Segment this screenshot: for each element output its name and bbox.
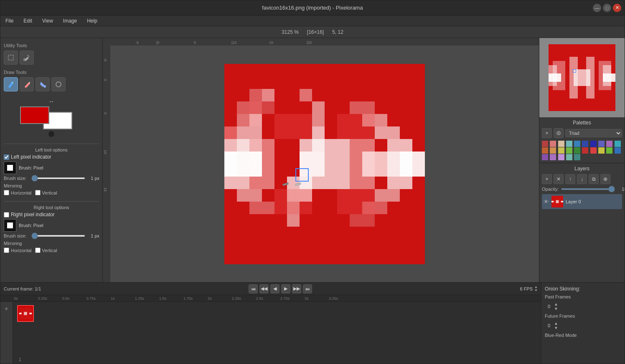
add-frame-button[interactable]: + bbox=[0, 302, 13, 364]
past-frames-value: 0 bbox=[545, 304, 553, 309]
palette-swatch[interactable] bbox=[582, 147, 588, 154]
palette-swatch[interactable] bbox=[550, 147, 556, 154]
left-brush-size-slider[interactable] bbox=[31, 177, 85, 179]
svg-rect-27 bbox=[387, 177, 412, 189]
palette-swatch[interactable] bbox=[566, 154, 572, 160]
move-layer-down-button[interactable]: ↓ bbox=[577, 174, 587, 184]
past-frames-down[interactable]: ▼ bbox=[554, 306, 558, 311]
canvas-area: -5 |0 5 |10 15 |20 -5 0 5 10 15 bbox=[103, 38, 539, 282]
palette-swatch[interactable] bbox=[550, 154, 556, 160]
eyedropper-tool-button[interactable] bbox=[20, 51, 34, 65]
primary-color-swatch[interactable] bbox=[20, 106, 49, 124]
menu-view[interactable]: View bbox=[41, 17, 55, 25]
right-mirror-horizontal[interactable]: Horizontal bbox=[4, 248, 32, 253]
svg-rect-32 bbox=[350, 139, 375, 189]
right-mirror-vertical-checkbox[interactable] bbox=[35, 248, 41, 253]
menu-help[interactable]: Help bbox=[85, 17, 99, 25]
palette-swatch[interactable] bbox=[606, 147, 612, 154]
svg-rect-53 bbox=[569, 57, 578, 99]
right-brush-preview[interactable] bbox=[4, 219, 16, 232]
palette-swatch[interactable] bbox=[566, 147, 572, 154]
play-back-button[interactable]: ◀ bbox=[270, 284, 279, 293]
maximize-button[interactable]: □ bbox=[603, 4, 611, 12]
right-mirror-btns: Horizontal Vertical bbox=[4, 248, 99, 253]
pencil-tool-button[interactable] bbox=[4, 77, 18, 91]
minimize-button[interactable]: — bbox=[593, 4, 601, 12]
svg-rect-59 bbox=[556, 200, 559, 203]
menu-file[interactable]: File bbox=[4, 17, 15, 25]
palette-swatch[interactable] bbox=[598, 147, 605, 154]
left-mirror-horizontal[interactable]: Horizontal bbox=[4, 190, 32, 195]
palette-swatch[interactable] bbox=[590, 141, 597, 147]
palette-swatch[interactable] bbox=[550, 141, 556, 147]
frame-cell-1[interactable] bbox=[17, 305, 34, 322]
selection-tool-button[interactable] bbox=[4, 51, 18, 65]
timeline-ruler-label: 2.25s bbox=[232, 296, 256, 301]
fill-tool-button[interactable] bbox=[36, 77, 50, 91]
canvas-viewport[interactable] bbox=[110, 46, 539, 282]
merge-layer-button[interactable]: ⊕ bbox=[600, 174, 610, 184]
palette-settings-button[interactable] bbox=[554, 128, 564, 138]
layer-item[interactable]: 👁 Layer 0 bbox=[542, 194, 622, 209]
next-frame-button[interactable]: ▶▶ bbox=[292, 284, 301, 293]
past-frames-up[interactable]: ▲ bbox=[554, 302, 558, 306]
play-button[interactable]: ▶ bbox=[281, 284, 290, 293]
past-frames-label: Past Frames bbox=[545, 294, 571, 299]
left-brush-preview[interactable] bbox=[4, 162, 16, 174]
right-brush-size-slider[interactable] bbox=[31, 235, 85, 237]
palette-swatch[interactable] bbox=[558, 154, 564, 160]
left-mirror-vertical[interactable]: Vertical bbox=[35, 190, 57, 195]
divider-2 bbox=[4, 201, 99, 202]
last-frame-button[interactable]: ⏭ bbox=[303, 284, 312, 293]
add-palette-button[interactable]: + bbox=[542, 128, 552, 138]
duplicate-layer-button[interactable]: ⧉ bbox=[589, 174, 599, 184]
palette-swatch[interactable] bbox=[542, 154, 548, 160]
move-layer-up-button[interactable]: ↑ bbox=[565, 174, 575, 184]
left-mirror-vertical-checkbox[interactable] bbox=[35, 190, 41, 195]
left-mirror-horizontal-checkbox[interactable] bbox=[4, 190, 9, 195]
palette-swatch[interactable] bbox=[574, 141, 580, 147]
timeline-ruler-label: 0s bbox=[14, 296, 38, 301]
first-frame-button[interactable]: ⏮ bbox=[249, 284, 258, 293]
menu-image[interactable]: Image bbox=[61, 17, 79, 25]
palette-swatch[interactable] bbox=[615, 147, 621, 154]
right-mirror-horizontal-checkbox[interactable] bbox=[4, 248, 9, 253]
palette-swatch[interactable] bbox=[598, 141, 605, 147]
palette-swatch[interactable] bbox=[542, 147, 548, 154]
future-frames-down[interactable]: ▼ bbox=[554, 326, 558, 330]
prev-frame-button[interactable]: ◀◀ bbox=[259, 284, 269, 293]
palette-swatch[interactable] bbox=[558, 147, 564, 154]
close-button[interactable]: ✕ bbox=[613, 4, 621, 12]
layer-visibility-icon[interactable]: 👁 bbox=[544, 199, 549, 205]
svg-rect-54 bbox=[586, 57, 595, 99]
palette-swatch[interactable] bbox=[590, 147, 597, 154]
opacity-slider[interactable] bbox=[561, 188, 615, 190]
right-pixel-indicator-checkbox[interactable] bbox=[4, 212, 9, 217]
shape-tool-button[interactable] bbox=[51, 77, 66, 91]
right-mirror-vertical[interactable]: Vertical bbox=[35, 248, 57, 253]
opacity-row: Opacity: 100 bbox=[542, 187, 622, 192]
svg-rect-57 bbox=[551, 201, 554, 202]
layer-thumbnail bbox=[551, 196, 563, 207]
swap-colors-icon[interactable]: ↔ bbox=[48, 98, 54, 105]
palette-swatch[interactable] bbox=[566, 141, 572, 147]
fps-down-arrow[interactable]: ▼ bbox=[534, 289, 538, 292]
palette-swatch[interactable] bbox=[558, 141, 564, 147]
palette-swatch[interactable] bbox=[582, 141, 588, 147]
delete-layer-button[interactable]: ✕ bbox=[554, 174, 564, 184]
left-pixel-indicator-checkbox[interactable] bbox=[4, 154, 9, 160]
palette-swatch[interactable] bbox=[615, 141, 621, 147]
menu-edit[interactable]: Edit bbox=[22, 17, 34, 25]
palette-swatch[interactable] bbox=[574, 154, 580, 160]
eraser-tool-button[interactable] bbox=[20, 77, 34, 91]
add-layer-button[interactable]: + bbox=[542, 174, 552, 184]
timeline-ruler-label: 3.25s bbox=[329, 296, 353, 301]
palette-select[interactable]: Triad Analogous Complementary bbox=[565, 129, 622, 137]
timeline-ruler-label: 0.25s bbox=[38, 296, 62, 301]
pixel-canvas[interactable] bbox=[224, 64, 425, 264]
svg-rect-0 bbox=[8, 55, 13, 60]
palette-swatch[interactable] bbox=[542, 141, 548, 147]
future-frames-up[interactable]: ▲ bbox=[554, 321, 558, 326]
palette-swatch[interactable] bbox=[606, 141, 612, 147]
palette-swatch[interactable] bbox=[574, 147, 580, 154]
